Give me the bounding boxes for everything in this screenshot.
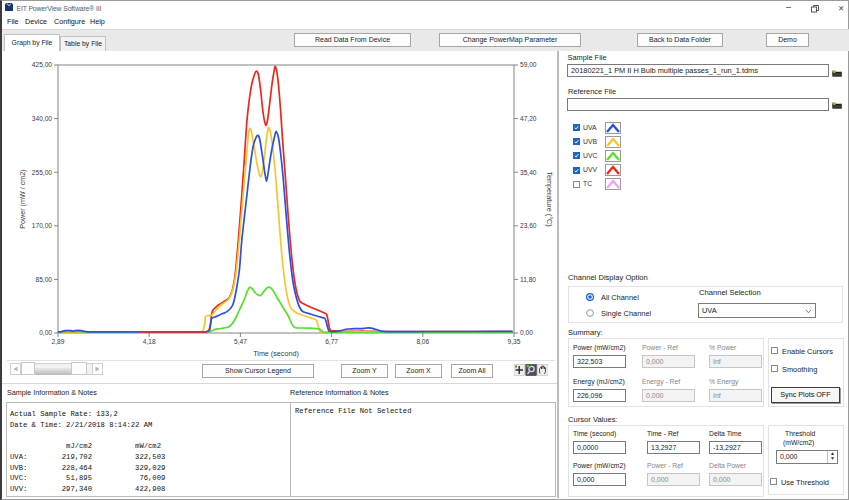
svg-text:2,89: 2,89	[52, 338, 65, 345]
svg-text:0,00: 0,00	[39, 329, 52, 336]
svg-text:8,06: 8,06	[416, 338, 429, 345]
svg-text:Time (second): Time (second)	[253, 349, 299, 358]
svg-text:340,00: 340,00	[32, 115, 53, 122]
svg-text:4,18: 4,18	[143, 338, 156, 345]
svg-text:Temperature (°C): Temperature (°C)	[545, 171, 554, 226]
svg-text:Power (mW / cm2): Power (mW / cm2)	[18, 169, 27, 229]
svg-text:170,00: 170,00	[32, 222, 53, 229]
svg-text:425,00: 425,00	[32, 61, 53, 68]
svg-text:85,00: 85,00	[35, 276, 52, 283]
svg-text:255,00: 255,00	[32, 169, 53, 176]
svg-text:9,35: 9,35	[508, 338, 521, 345]
svg-text:23,60: 23,60	[520, 222, 537, 229]
svg-text:47,20: 47,20	[520, 115, 537, 122]
svg-text:35,40: 35,40	[520, 169, 537, 176]
svg-text:0,00: 0,00	[520, 329, 533, 336]
svg-text:59,00: 59,00	[520, 61, 537, 68]
svg-text:11,80: 11,80	[520, 276, 536, 283]
svg-text:6,77: 6,77	[325, 338, 338, 345]
svg-text:5,47: 5,47	[234, 338, 247, 345]
